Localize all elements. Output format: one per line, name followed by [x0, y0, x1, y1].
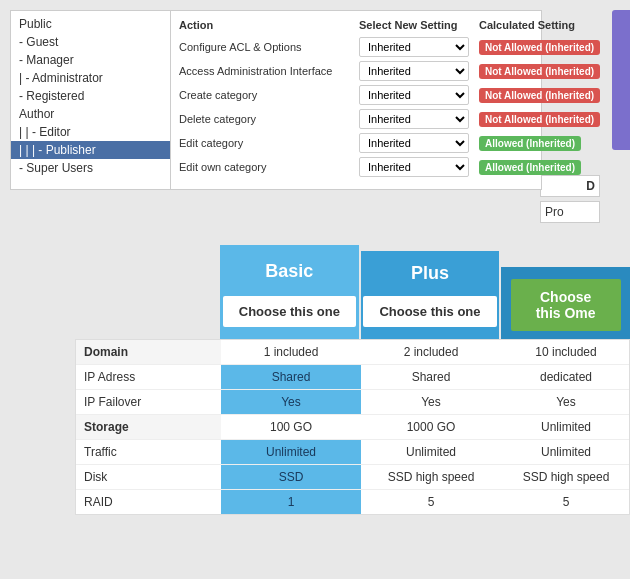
raid-label: RAID: [76, 490, 221, 514]
tree-item-guest[interactable]: - Guest: [11, 33, 170, 51]
storage-pro: Unlimited: [501, 415, 630, 439]
input-d-display: D: [540, 175, 600, 197]
choose-basic-button[interactable]: Choose this one: [223, 296, 356, 327]
input-pro-display: Pro: [540, 201, 600, 223]
acl-row-1: Access Administration Interface Inherite…: [179, 61, 533, 81]
acl-badge-2: Not Allowed (Inherited): [479, 88, 600, 103]
basic-title: Basic: [265, 261, 313, 282]
tree-item-editor[interactable]: | | - Editor: [11, 123, 170, 141]
input-area: D Pro: [540, 175, 600, 223]
ip-failover-row: IP Failover Yes Yes Yes: [76, 390, 629, 415]
domain-pro: 10 included: [501, 340, 630, 364]
acl-badge-4: Allowed (Inherited): [479, 136, 581, 151]
traffic-plus: Unlimited: [361, 440, 501, 464]
ip-address-row: IP Adress Shared Shared dedicated: [76, 365, 629, 390]
acl-table: Action Select New Setting Calculated Set…: [171, 11, 541, 189]
ip-failover-pro: Yes: [501, 390, 630, 414]
acl-action-1: Access Administration Interface: [179, 65, 359, 77]
col-select: Select New Setting: [359, 19, 479, 31]
tree-item-registered[interactable]: - Registered: [11, 87, 170, 105]
raid-pro: 5: [501, 490, 630, 514]
disk-label: Disk: [76, 465, 221, 489]
acl-action-0: Configure ACL & Options: [179, 41, 359, 53]
tree-item-author[interactable]: Author: [11, 105, 170, 123]
col-pro: Choose this Ome: [501, 267, 630, 339]
acl-action-3: Delete category: [179, 113, 359, 125]
acl-select-0[interactable]: Inherited: [359, 37, 469, 57]
acl-badge-1: Not Allowed (Inherited): [479, 64, 600, 79]
ip-address-label: IP Adress: [76, 365, 221, 389]
acl-badge-3: Not Allowed (Inherited): [479, 112, 600, 127]
acl-panel: Public - Guest - Manager | - Administrat…: [10, 10, 542, 190]
ip-address-basic: Shared: [221, 365, 361, 389]
col-basic: Basic Choose this one: [220, 245, 359, 339]
acl-select-3[interactable]: Inherited: [359, 109, 469, 129]
acl-row-4: Edit category Inherited Allowed (Inherit…: [179, 133, 533, 153]
acl-select-1[interactable]: Inherited: [359, 61, 469, 81]
domain-label: Domain: [76, 340, 221, 364]
ip-address-pro: dedicated: [501, 365, 630, 389]
domain-basic: 1 included: [221, 340, 361, 364]
ip-failover-label: IP Failover: [76, 390, 221, 414]
disk-pro: SSD high speed: [501, 465, 630, 489]
acl-row-3: Delete category Inherited Not Allowed (I…: [179, 109, 533, 129]
storage-plus: 1000 GO: [361, 415, 501, 439]
tree-item-manager[interactable]: - Manager: [11, 51, 170, 69]
ip-address-plus: Shared: [361, 365, 501, 389]
acl-select-4[interactable]: Inherited: [359, 133, 469, 153]
right-accent-bar: [612, 10, 630, 150]
col-plus: Plus Choose this one: [361, 251, 500, 339]
traffic-pro: Unlimited: [501, 440, 630, 464]
choose-pro-button[interactable]: Choose this Ome: [511, 279, 621, 331]
acl-select-5[interactable]: Inherited: [359, 157, 469, 177]
ip-failover-plus: Yes: [361, 390, 501, 414]
acl-row-0: Configure ACL & Options Inherited Not Al…: [179, 37, 533, 57]
traffic-basic: Unlimited: [221, 440, 361, 464]
domain-plus: 2 included: [361, 340, 501, 364]
acl-select-2[interactable]: Inherited: [359, 85, 469, 105]
pricing-table: Basic Choose this one Plus Choose this o…: [75, 245, 630, 515]
plus-title: Plus: [411, 263, 449, 284]
disk-basic: SSD: [221, 465, 361, 489]
tree-item-superusers[interactable]: - Super Users: [11, 159, 170, 177]
storage-basic: 100 GO: [221, 415, 361, 439]
acl-badge-0: Not Allowed (Inherited): [479, 40, 600, 55]
storage-row: Storage 100 GO 1000 GO Unlimited: [76, 415, 629, 440]
col-action: Action: [179, 19, 359, 31]
tree-item-public[interactable]: Public: [11, 15, 170, 33]
storage-label: Storage: [76, 415, 221, 439]
disk-plus: SSD high speed: [361, 465, 501, 489]
col-calculated: Calculated Setting: [479, 19, 609, 31]
choose-plus-button[interactable]: Choose this one: [363, 296, 496, 327]
raid-basic: 1: [221, 490, 361, 514]
ip-failover-basic: Yes: [221, 390, 361, 414]
raid-plus: 5: [361, 490, 501, 514]
tree-item-publisher[interactable]: | | | - Publisher: [11, 141, 170, 159]
pricing-header-row: Basic Choose this one Plus Choose this o…: [75, 245, 630, 339]
acl-action-5: Edit own category: [179, 161, 359, 173]
traffic-label: Traffic: [76, 440, 221, 464]
traffic-row: Traffic Unlimited Unlimited Unlimited: [76, 440, 629, 465]
tree-item-administrator[interactable]: | - Administrator: [11, 69, 170, 87]
tree-sidebar: Public - Guest - Manager | - Administrat…: [11, 11, 171, 189]
domain-row: Domain 1 included 2 included 10 included: [76, 340, 629, 365]
pricing-data-rows: Domain 1 included 2 included 10 included…: [75, 339, 630, 515]
acl-row-5: Edit own category Inherited Allowed (Inh…: [179, 157, 533, 177]
acl-action-2: Create category: [179, 89, 359, 101]
acl-action-4: Edit category: [179, 137, 359, 149]
acl-badge-5: Allowed (Inherited): [479, 160, 581, 175]
acl-row-2: Create category Inherited Not Allowed (I…: [179, 85, 533, 105]
raid-row: RAID 1 5 5: [76, 490, 629, 514]
disk-row: Disk SSD SSD high speed SSD high speed: [76, 465, 629, 490]
